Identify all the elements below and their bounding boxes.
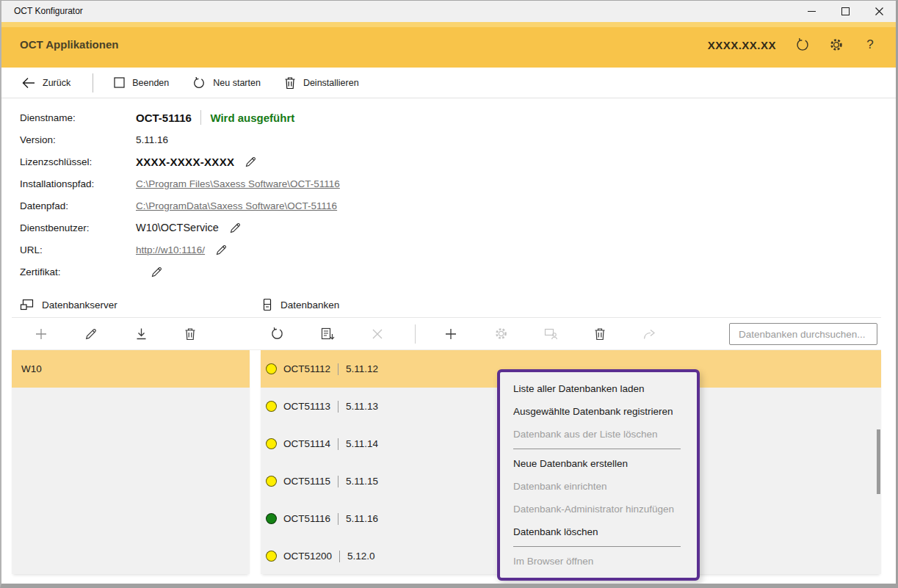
back-label: Zurück	[43, 78, 70, 88]
edit-license-button[interactable]	[245, 156, 257, 168]
trash-icon	[184, 327, 196, 341]
server-panel-header: Datenbankserver	[20, 292, 117, 317]
back-button[interactable]: Zurück	[22, 77, 70, 89]
maximize-button[interactable]	[828, 1, 862, 22]
gear-icon	[829, 37, 844, 52]
minimize-button[interactable]	[794, 1, 828, 22]
db-name: OCT51112	[283, 363, 330, 374]
data-path-label: Datenpfad:	[20, 200, 136, 211]
open-in-browser-button	[633, 322, 665, 346]
window-title: OCT Konfigurator	[14, 0, 83, 22]
info-row-url: URL: http://w10:1116/	[20, 239, 228, 261]
pipe-separator	[338, 401, 338, 413]
lists-area: W10 OCT51112 5.11.12 OCT51113 5.11.13 OC…	[0, 350, 898, 574]
info-row-version: Version: 5.11.16	[20, 128, 168, 150]
delete-server-button[interactable]	[174, 322, 206, 346]
delete-database-button[interactable]	[584, 322, 616, 346]
app-header: OCT Applikationen XXXX.XX.XX ?	[0, 22, 898, 68]
menu-item-liste-laden[interactable]: Liste aller Datenbanken laden	[500, 377, 697, 400]
menu-item-admin-hinzufuegen: Datenbank-Administrator hinzufügen	[500, 498, 697, 520]
service-user-label: Dienstbenutzer:	[20, 222, 136, 233]
pencil-icon	[84, 327, 98, 341]
db-name: OCT51113	[283, 401, 330, 412]
edit-url-button[interactable]	[215, 244, 228, 256]
add-db-admin-button	[535, 322, 567, 346]
restart-service-button[interactable]: Neu starten	[192, 76, 261, 90]
pipe-separator	[338, 363, 338, 375]
create-database-button[interactable]	[435, 322, 467, 346]
pipe-separator	[338, 513, 338, 525]
edit-certificate-button[interactable]	[151, 266, 163, 278]
restart-label: Neu starten	[213, 78, 261, 88]
install-path-link[interactable]: C:\Program Files\Saxess Software\OCT-511…	[136, 178, 340, 189]
status-dot	[266, 513, 277, 524]
admin-user-icon	[544, 327, 558, 340]
header-actions: XXXX.XX.XX ?	[708, 22, 877, 68]
gear-icon	[494, 327, 508, 341]
help-button[interactable]: ?	[863, 37, 877, 52]
db-version: 5.12.0	[347, 551, 375, 562]
menu-item-datenbank-registrieren[interactable]: Ausgewählte Datenbank registrieren	[500, 400, 697, 423]
minimize-icon	[808, 11, 816, 12]
server-panel-title: Datenbankserver	[42, 300, 117, 311]
url-label: URL:	[20, 244, 136, 255]
license-label: Lizenzschlüssel:	[20, 156, 136, 167]
info-row-installationspfad: Installationspfad: C:\Program Files\Saxe…	[20, 173, 340, 195]
reload-databases-button[interactable]	[261, 322, 293, 346]
close-button[interactable]	[862, 1, 896, 22]
toolbar-separator	[415, 324, 416, 344]
context-menu: Liste aller Datenbanken laden Ausgewählt…	[497, 369, 700, 581]
version-label: Version:	[20, 134, 136, 145]
x-icon	[372, 328, 383, 340]
url-link[interactable]: http://w10:1116/	[136, 244, 205, 255]
status-separator	[200, 110, 202, 125]
info-row-lizenzschluessel: Lizenzschlüssel: XXXX-XXXX-XXXX	[20, 150, 257, 173]
menu-item-aus-liste-loeschen: Datenbank aus der Liste löschen	[500, 423, 697, 446]
pipe-separator	[339, 551, 340, 562]
pencil-icon	[245, 156, 257, 168]
database-panel-header: Datenbanken	[262, 292, 339, 317]
status-dot	[266, 401, 277, 412]
db-name: OCT51114	[283, 438, 330, 449]
title-bar: OCT Konfigurator	[0, 0, 898, 22]
status-dot	[266, 476, 277, 487]
server-icon	[20, 299, 34, 311]
download-icon	[135, 327, 148, 341]
menu-item-datenbank-loeschen[interactable]: Datenbank löschen	[500, 520, 697, 543]
settings-button[interactable]	[829, 37, 844, 52]
toolbar-separator	[93, 73, 93, 92]
info-row-zertifikat: Zertifikat:	[20, 261, 163, 283]
edit-service-user-button[interactable]	[229, 222, 242, 234]
uninstall-label: Deinstallieren	[303, 78, 359, 88]
window-controls	[794, 1, 896, 22]
menu-item-neue-datenbank[interactable]: Neue Datenbank erstellen	[500, 452, 697, 475]
refresh-button[interactable]	[795, 37, 810, 52]
edit-server-button[interactable]	[75, 322, 107, 346]
remove-from-list-button	[361, 322, 394, 346]
data-path-link[interactable]: C:\ProgramData\Saxess Software\OCT-51116	[136, 200, 337, 211]
server-row[interactable]: W10	[12, 350, 250, 388]
uninstall-button[interactable]: Deinstallieren	[284, 76, 359, 90]
setup-database-button	[485, 322, 517, 346]
db-version: 5.11.16	[346, 513, 378, 524]
plus-icon	[444, 327, 457, 341]
install-path-label: Installationspfad:	[20, 178, 136, 189]
certificate-label: Zertifikat:	[20, 266, 136, 277]
menu-item-im-browser-oeffnen: Im Browser öffnen	[500, 550, 697, 573]
help-icon: ?	[866, 37, 873, 52]
plus-icon	[35, 327, 48, 341]
import-server-button[interactable]	[125, 322, 157, 346]
share-open-icon	[642, 327, 656, 341]
restart-icon	[192, 76, 206, 90]
info-row-datenpfad: Datenpfad: C:\ProgramData\Saxess Softwar…	[20, 195, 337, 217]
vertical-scrollbar[interactable]	[877, 429, 880, 494]
info-row-dienstname: Dienstname: OCT-51116 Wird ausgeführt	[20, 106, 294, 128]
pipe-separator	[338, 438, 338, 450]
menu-divider	[513, 449, 681, 449]
dienstname-label: Dienstname:	[20, 112, 136, 123]
database-search-input[interactable]	[729, 323, 877, 345]
register-database-button[interactable]	[311, 322, 344, 346]
add-server-button[interactable]	[25, 322, 57, 346]
trash-icon	[284, 76, 296, 90]
stop-service-button[interactable]: Beenden	[114, 77, 169, 88]
